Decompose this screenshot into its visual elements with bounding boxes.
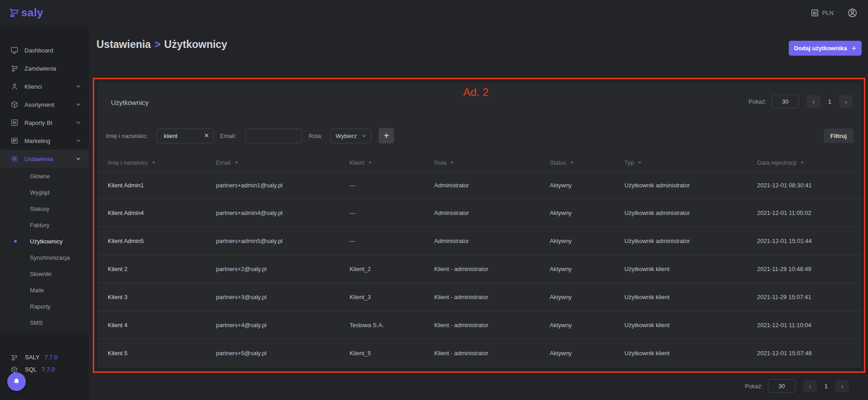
add-user-label: Dodaj użytkownika: [794, 45, 847, 52]
pagination-top: Pokaż: ‹ 1 ›: [748, 95, 853, 108]
clear-icon[interactable]: ✕: [204, 132, 209, 139]
column-label: Imię i nazwisko: [108, 159, 148, 166]
add-filter-button[interactable]: +: [379, 128, 394, 143]
chevron-down-icon: [75, 83, 82, 90]
cell-name: Klient Admin5: [108, 238, 216, 244]
sidebar-item-ustawienia[interactable]: Ustawienia: [0, 150, 89, 168]
prev-page-button[interactable]: ‹: [803, 380, 817, 392]
prev-page-button[interactable]: ‹: [807, 95, 820, 108]
column-header[interactable]: Rola ▼: [434, 159, 550, 166]
table-header: Imię i nazwisko ▼ Email ▼ Klient ▼ Rola …: [97, 154, 862, 171]
cell-typ: Użytkownik klient: [624, 350, 757, 357]
role-filter-label: Rola:: [309, 133, 322, 139]
table-row[interactable]: Klient 3 partners+3@saly.pl Klient_3 Kli…: [97, 283, 862, 311]
sidebar-item[interactable]: Asortyment: [0, 95, 89, 114]
page-size-input[interactable]: [772, 95, 799, 108]
submenu-item-label: Faktury: [30, 222, 49, 229]
sidebar-item[interactable]: Bi Raporty BI: [0, 114, 89, 132]
column-header[interactable]: Data rejestracji ▼: [757, 159, 862, 166]
sidebar-item[interactable]: Zamówienia: [0, 59, 89, 77]
table-row[interactable]: Klient Admin4 partners+admin4@saly.pl --…: [97, 199, 862, 227]
sidebar-item[interactable]: Klienci: [0, 77, 89, 95]
submenu-item[interactable]: Synchronizacja: [0, 249, 89, 266]
submenu-item-label: Wygląd: [30, 189, 49, 196]
column-label: Rola: [434, 159, 446, 166]
pagination-bottom: Pokaż: ‹ 1 ›: [745, 379, 849, 393]
cell-typ: Użytkownik administrator: [624, 182, 757, 189]
next-page-button[interactable]: ›: [835, 380, 849, 392]
account-circle-icon[interactable]: [847, 8, 858, 18]
submenu-item[interactable]: Główne: [0, 168, 89, 184]
add-user-button[interactable]: Dodaj użytkownika +: [789, 41, 862, 56]
settings-submenu: Główne Wygląd Statusy Faktury: [0, 168, 89, 331]
cell-data-rejestracji: 2021-12-01 11:10:04: [757, 322, 862, 329]
cell-name: Klient 5: [108, 350, 216, 357]
cart-icon: [10, 64, 19, 72]
sidebar-item-label: Raporty BI: [24, 119, 52, 126]
submenu-item[interactable]: Słowniki: [0, 266, 89, 282]
column-header[interactable]: Status ▼: [550, 159, 624, 166]
app-logo[interactable]: saly: [8, 6, 43, 19]
cell-rola: Klient - administrator: [434, 322, 550, 329]
cell-data-rejestracji: 2021-12-01 08:30:41: [757, 182, 862, 189]
plus-icon: +: [852, 44, 857, 52]
submenu-item[interactable]: Faktury: [0, 217, 89, 233]
cell-typ: Użytkownik klient: [624, 322, 757, 329]
sidebar-item-label: Klienci: [24, 83, 42, 90]
role-select-value: Wybierz: [336, 133, 357, 139]
cell-status: Aktywny: [550, 294, 624, 300]
submenu-item[interactable]: Statusy: [0, 200, 89, 217]
table-row[interactable]: Klient 4 partners+4@saly.pl Testowa S.A.…: [97, 311, 862, 339]
table-row[interactable]: Klient Admin5 partners+admin5@saly.pl --…: [97, 227, 862, 255]
cell-email: partners+2@saly.pl: [216, 266, 350, 272]
sidebar-item-label: Asortyment: [24, 101, 54, 108]
column-header[interactable]: Imię i nazwisko ▼: [108, 159, 216, 166]
cell-rola: Klient - administrator: [434, 350, 550, 357]
page-size-label: Pokaż:: [745, 383, 763, 390]
version-list: SALY 7.7.0 SQL 7.7.0: [10, 351, 89, 376]
submenu-item[interactable]: Wygląd: [0, 184, 89, 200]
column-header[interactable]: Typ ▼: [624, 159, 757, 166]
column-label: Data rejestracji: [757, 159, 796, 166]
name-filter-label: Imię i nazwisko:: [106, 133, 148, 139]
submenu-item-label: Raporty: [30, 303, 51, 310]
submenu-item-label: Statusy: [30, 205, 49, 212]
sidebar-item[interactable]: Dashboard: [0, 41, 89, 59]
sort-icon: ▼: [152, 161, 155, 165]
sort-icon: ▼: [801, 161, 804, 165]
submenu-item[interactable]: SMS: [0, 314, 89, 331]
column-header[interactable]: Klient ▼: [350, 159, 434, 166]
submenu-item[interactable]: Użytkownicy: [0, 233, 89, 249]
column-header[interactable]: Email ▼: [216, 159, 350, 166]
currency-selector[interactable]: Bi PLN: [810, 9, 834, 17]
table-row[interactable]: Klient 5 partners+5@saly.pl Klient_5 Kli…: [97, 339, 862, 367]
sort-icon: ▼: [235, 161, 239, 165]
submenu-item[interactable]: Maile: [0, 282, 89, 298]
column-label: Email: [216, 159, 231, 166]
email-filter-input[interactable]: [245, 129, 302, 143]
next-page-button[interactable]: ›: [839, 95, 853, 108]
cell-typ: Użytkownik administrator: [624, 210, 757, 216]
cell-status: Aktywny: [550, 238, 624, 244]
version-number: 7.7.0: [44, 354, 58, 361]
cell-status: Aktywny: [550, 322, 624, 329]
bell-icon: [12, 377, 21, 386]
cell-data-rejestracji: 2021-12-01 15:07:48: [757, 350, 862, 357]
table-row[interactable]: Klient 2 partners+2@saly.pl Klient_2 Kli…: [97, 255, 862, 283]
cell-name: Klient 3: [108, 294, 216, 300]
filter-submit-button[interactable]: Filtruj: [824, 129, 854, 143]
cell-data-rejestracji: 2021-11-29 10:48:49: [757, 266, 862, 272]
topbar: saly Bi PLN: [0, 0, 868, 26]
bell-button[interactable]: [7, 372, 26, 391]
table-row[interactable]: Klient Admin1 partners+admin1@saly.pl --…: [97, 171, 862, 199]
breadcrumb-parent[interactable]: Ustawienia: [96, 38, 151, 50]
submenu-item-label: Użytkownicy: [30, 238, 62, 245]
page-size-input[interactable]: [768, 379, 796, 393]
breadcrumb: Ustawienia>Użytkownicy: [96, 38, 227, 51]
users-panel: Użytkownicy Pokaż: ‹ 1 › Imię i nazwisko…: [97, 82, 862, 367]
filter-bar: Imię i nazwisko: ✕ Email: Rola: Wybierz …: [106, 128, 854, 143]
role-select[interactable]: Wybierz: [330, 129, 371, 143]
sidebar-item[interactable]: Marketing: [0, 132, 89, 150]
submenu-item[interactable]: Raporty: [0, 298, 89, 314]
cell-email: partners+admin5@saly.pl: [216, 238, 350, 244]
